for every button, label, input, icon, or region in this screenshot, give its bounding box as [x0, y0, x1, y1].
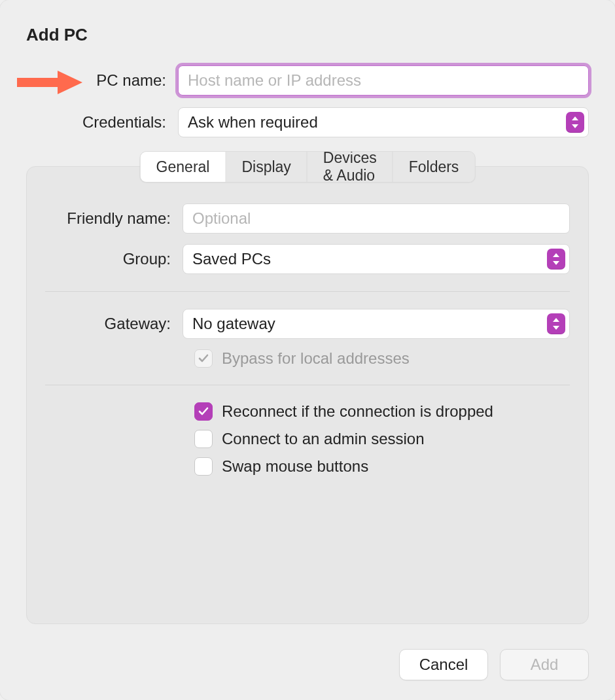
credentials-value: Ask when required: [188, 113, 318, 131]
group-label: Group:: [45, 250, 183, 268]
bypass-label: Bypass for local addresses: [222, 349, 410, 368]
dialog-title: Add PC: [26, 25, 88, 45]
pc-name-input[interactable]: [178, 65, 589, 96]
divider: [45, 385, 570, 385]
divider: [45, 291, 570, 292]
gateway-label: Gateway:: [45, 315, 183, 333]
tab-general[interactable]: General: [141, 152, 226, 182]
tab-display[interactable]: Display: [226, 152, 307, 182]
tab-folders[interactable]: Folders: [393, 152, 475, 182]
updown-icon: [566, 112, 584, 133]
top-form: PC name: Credentials: Ask when required: [26, 65, 589, 149]
cancel-button[interactable]: Cancel: [399, 649, 488, 680]
add-pc-dialog: Add PC PC name: Credentials: Ask when re…: [0, 0, 615, 700]
friendly-name-label: Friendly name:: [45, 209, 183, 228]
tab-panel: General Display Devices & Audio Folders …: [26, 166, 589, 624]
reconnect-label: Reconnect if the connection is dropped: [222, 402, 493, 421]
dialog-footer: Cancel Add: [399, 649, 589, 680]
swap-mouse-label: Swap mouse buttons: [222, 457, 368, 476]
gateway-select[interactable]: No gateway: [183, 309, 570, 339]
reconnect-checkbox[interactable]: [194, 402, 213, 421]
friendly-name-input[interactable]: [183, 203, 570, 234]
admin-session-label: Connect to an admin session: [222, 430, 425, 448]
swap-mouse-checkbox[interactable]: [194, 457, 213, 476]
bypass-checkbox: [194, 349, 213, 368]
admin-session-checkbox[interactable]: [194, 430, 213, 448]
add-button[interactable]: Add: [500, 649, 589, 680]
tab-devices-audio[interactable]: Devices & Audio: [308, 152, 393, 182]
group-select[interactable]: Saved PCs: [183, 244, 570, 274]
credentials-select[interactable]: Ask when required: [178, 107, 589, 137]
pc-name-label: PC name:: [26, 71, 178, 90]
group-value: Saved PCs: [192, 250, 271, 268]
tab-bar: General Display Devices & Audio Folders: [140, 151, 476, 183]
general-panel: Friendly name: Group: Saved PCs Gateway:…: [45, 203, 570, 610]
gateway-value: No gateway: [192, 315, 275, 333]
updown-icon: [547, 313, 565, 334]
updown-icon: [547, 249, 565, 270]
credentials-label: Credentials:: [26, 113, 178, 131]
